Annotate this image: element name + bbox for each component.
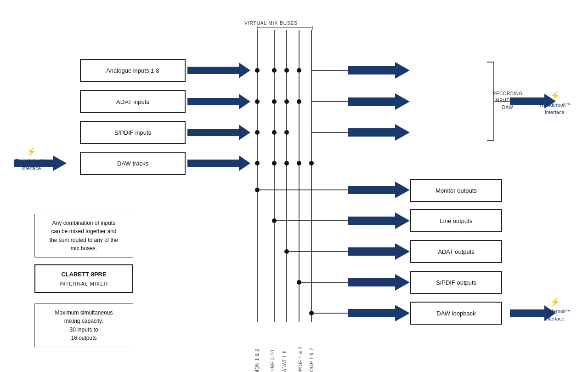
svg-marker-19 bbox=[187, 155, 250, 171]
svg-point-13 bbox=[284, 99, 289, 104]
right-tb-top-label: ⚡ Thunderbolt™ interface bbox=[531, 90, 579, 116]
svg-point-29 bbox=[272, 218, 277, 223]
monitor-output-box: Monitor outputs bbox=[410, 179, 502, 202]
bus-label-line: LINE 3-10 bbox=[270, 350, 275, 372]
daw-input-box: DAW tracks bbox=[80, 152, 186, 175]
spdif-output-box: S/PDIF outputs bbox=[410, 271, 502, 294]
svg-point-18 bbox=[284, 130, 289, 135]
svg-point-26 bbox=[255, 188, 260, 192]
info-box-capacity: Maximum simultaneous mixing capacity: 30… bbox=[34, 303, 133, 347]
svg-point-21 bbox=[272, 161, 277, 166]
svg-point-17 bbox=[272, 130, 277, 135]
svg-marker-36 bbox=[348, 274, 410, 291]
svg-marker-43 bbox=[348, 93, 410, 110]
bus-label-spdif: S/PDIF 1 & 2 bbox=[298, 346, 303, 372]
svg-marker-33 bbox=[348, 243, 410, 260]
bus-label-loop: LOOP 1 & 2 bbox=[309, 348, 314, 372]
svg-point-24 bbox=[309, 161, 314, 166]
left-tb-label: ⚡ Thunderbolt™ interface bbox=[8, 146, 54, 172]
right-tb-bottom-label: ⚡ Thunderbolt™ interface bbox=[531, 297, 579, 322]
adat-output-box: ADAT outputs bbox=[410, 240, 502, 263]
svg-point-7 bbox=[272, 68, 277, 73]
info-box-mix: Any combination of inputs can be mixed t… bbox=[34, 214, 133, 258]
svg-point-8 bbox=[284, 68, 289, 73]
svg-marker-41 bbox=[348, 62, 410, 79]
spdif-input-box: S/PDIF inputs bbox=[80, 121, 186, 144]
svg-point-9 bbox=[297, 68, 301, 73]
adat-input-box: ADAT inputs bbox=[80, 90, 186, 113]
svg-marker-15 bbox=[187, 125, 250, 140]
bus-label-adat: ADAT 1-8 bbox=[282, 350, 287, 372]
svg-point-11 bbox=[255, 99, 260, 104]
svg-marker-45 bbox=[348, 124, 410, 141]
svg-marker-10 bbox=[187, 94, 250, 109]
svg-marker-39 bbox=[348, 305, 410, 321]
line-output-box: Line outputs bbox=[410, 209, 502, 232]
svg-point-16 bbox=[255, 130, 260, 135]
svg-marker-30 bbox=[348, 212, 410, 229]
svg-point-22 bbox=[284, 161, 289, 166]
svg-point-38 bbox=[309, 311, 314, 315]
analogue-input-box: Analogue inputs 1-8 bbox=[80, 59, 186, 82]
svg-marker-5 bbox=[187, 63, 250, 78]
recording-label: RECORDING INPUTS TO DAW bbox=[489, 90, 526, 111]
svg-point-14 bbox=[297, 99, 301, 104]
svg-point-23 bbox=[297, 161, 301, 166]
diagram-container: VIRTUAL MIX BUSES Analogue inputs 1-8 AD… bbox=[0, 0, 588, 372]
bus-label-mon: MON 1 & 2 bbox=[254, 349, 260, 372]
info-box-clarett: CLARETT 8PRE INTERNAL MIXER bbox=[34, 264, 133, 293]
svg-point-12 bbox=[272, 99, 277, 104]
svg-point-6 bbox=[255, 68, 260, 73]
svg-point-32 bbox=[284, 249, 289, 254]
svg-point-35 bbox=[297, 280, 301, 285]
svg-marker-27 bbox=[348, 182, 410, 198]
daw-loopback-output-box: DAW loopback bbox=[410, 302, 502, 325]
svg-point-20 bbox=[255, 161, 260, 166]
